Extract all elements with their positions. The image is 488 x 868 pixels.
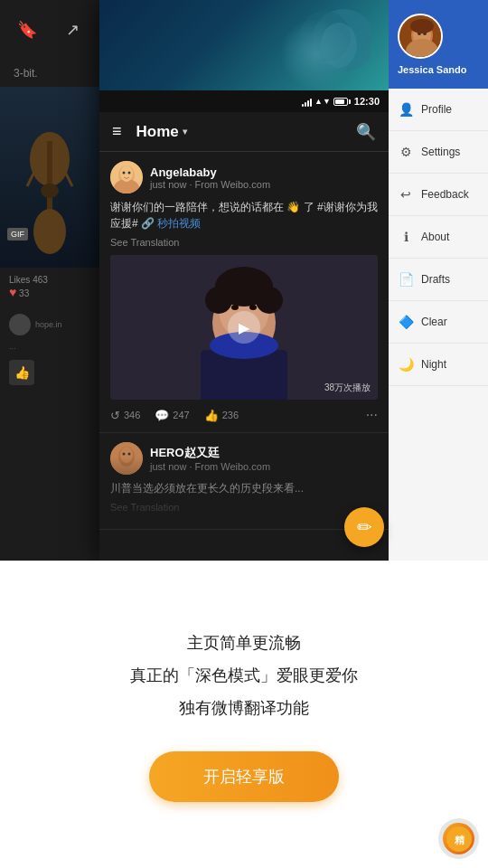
right-panel: Jessica Sando 👤 Profile ⚙ Settings ↩ Fee… bbox=[389, 0, 488, 561]
post-link[interactable]: 🔗 秒拍视频 bbox=[141, 217, 201, 230]
menu-item-profile[interactable]: 👤 Profile bbox=[389, 89, 488, 131]
menu-label-about: About bbox=[421, 231, 449, 243]
svg-point-28 bbox=[123, 453, 126, 456]
user-name: Jessica Sando bbox=[398, 64, 479, 75]
repost-action[interactable]: ↺ 346 bbox=[110, 409, 140, 422]
svg-point-3 bbox=[41, 184, 59, 198]
left-label: 3-bit. bbox=[0, 60, 99, 87]
translation-link-1[interactable]: See Translation bbox=[110, 237, 378, 248]
home-title: Home ▾ bbox=[136, 123, 356, 141]
likes-label: Likes bbox=[9, 275, 30, 285]
svg-point-29 bbox=[128, 453, 131, 456]
menu-item-about[interactable]: ℹ About bbox=[389, 216, 488, 259]
share-icon[interactable]: ↗ bbox=[59, 16, 86, 43]
repost-icon: ↺ bbox=[110, 409, 120, 422]
watermark: 精 bbox=[438, 818, 479, 859]
feature-line-3: 独有微博翻译功能 bbox=[130, 692, 358, 724]
watermark-logo: 精 bbox=[443, 823, 474, 854]
like-icon: 👍 bbox=[204, 409, 219, 422]
feature-line-2: 真正的「深色模式」爱眼更爱你 bbox=[130, 659, 358, 692]
svg-point-23 bbox=[231, 305, 239, 310]
svg-point-21 bbox=[205, 287, 232, 314]
svg-point-13 bbox=[123, 172, 126, 175]
likes-info: Likes 463 ♥ 33 bbox=[0, 268, 99, 307]
profile-icon: 👤 bbox=[398, 101, 414, 118]
center-panel: ▲▼ 12:30 ≡ Home ▾ 🔍 bbox=[99, 0, 389, 561]
user-area: Jessica Sando bbox=[389, 0, 488, 89]
likes-count: 463 bbox=[33, 275, 48, 285]
video-container[interactable]: ▶ 38万次播放 bbox=[110, 255, 378, 400]
fab-edit-icon: ✏ bbox=[357, 516, 372, 538]
heart-icon: ♥ bbox=[9, 285, 16, 299]
menu-items: 👤 Profile ⚙ Settings ↩ Feedback ℹ About … bbox=[389, 89, 488, 561]
menu-label-settings: Settings bbox=[421, 146, 460, 158]
bookmark-icon[interactable]: 🔖 bbox=[14, 16, 41, 43]
cta-button[interactable]: 开启轻享版 bbox=[149, 751, 339, 802]
view-count: 38万次播放 bbox=[324, 382, 371, 394]
like-count: 236 bbox=[222, 410, 239, 420]
more-options-icon[interactable]: ··· bbox=[366, 407, 378, 423]
night-icon: 🌙 bbox=[398, 356, 414, 373]
svg-point-24 bbox=[249, 305, 257, 310]
like-action[interactable]: 👍 236 bbox=[204, 409, 239, 422]
status-icons: ▲▼ bbox=[302, 96, 351, 107]
feature-line-1: 主页简单更流畅 bbox=[130, 627, 358, 659]
nav-bar: ≡ Home ▾ 🔍 bbox=[99, 112, 389, 152]
dropdown-arrow-icon[interactable]: ▾ bbox=[183, 127, 187, 137]
post-header-1: Angelababy just now · From Weibo.com bbox=[110, 161, 378, 193]
post-author-1: Angelababy bbox=[150, 165, 378, 179]
post-time-1: just now · From Weibo.com bbox=[150, 179, 378, 190]
menu-item-feedback[interactable]: ↩ Feedback bbox=[389, 174, 488, 216]
drafts-icon: 📄 bbox=[398, 271, 414, 288]
menu-item-settings[interactable]: ⚙ Settings bbox=[389, 131, 488, 174]
search-icon[interactable]: 🔍 bbox=[356, 122, 376, 142]
status-bar: ▲▼ 12:30 bbox=[99, 90, 389, 112]
play-button[interactable]: ▶ bbox=[228, 311, 260, 344]
menu-item-drafts[interactable]: 📄 Drafts bbox=[389, 259, 488, 301]
clear-icon: 🔷 bbox=[398, 314, 414, 330]
menu-item-night[interactable]: 🌙 Night bbox=[389, 344, 488, 386]
heart-count: 33 bbox=[19, 288, 29, 298]
hamburger-menu-icon[interactable]: ≡ bbox=[112, 122, 122, 141]
svg-point-36 bbox=[410, 19, 434, 33]
status-time: 12:30 bbox=[354, 96, 380, 107]
comment-icon: 💬 bbox=[155, 409, 169, 422]
bottom-section: 主页简单更流畅 真正的「深色模式」爱眼更爱你 独有微博翻译功能 开启轻享版 精 bbox=[0, 561, 488, 868]
battery-icon bbox=[333, 98, 351, 106]
repost-count: 346 bbox=[124, 410, 140, 420]
settings-icon: ⚙ bbox=[398, 144, 414, 160]
comment-action[interactable]: 💬 247 bbox=[155, 409, 189, 422]
about-icon: ℹ bbox=[398, 229, 414, 245]
menu-label-feedback: Feedback bbox=[421, 188, 469, 201]
fab-button[interactable]: ✏ bbox=[344, 507, 384, 547]
signal-type: ▲▼ bbox=[314, 97, 331, 106]
menu-label-clear: Clear bbox=[421, 316, 447, 328]
left-panel: 🔖 ↗ 3-bit. GIF bbox=[0, 0, 99, 561]
user-avatar bbox=[398, 14, 443, 59]
post-item-1: Angelababy just now · From Weibo.com 谢谢你… bbox=[99, 152, 389, 433]
svg-point-2 bbox=[33, 209, 66, 254]
menu-label-night: Night bbox=[421, 358, 446, 371]
comment-count: 247 bbox=[173, 410, 189, 420]
svg-point-12 bbox=[120, 165, 133, 182]
screen-container: 🔖 ↗ 3-bit. GIF bbox=[0, 0, 488, 868]
svg-text:精: 精 bbox=[453, 835, 465, 845]
svg-point-7 bbox=[300, 11, 351, 61]
menu-label-profile: Profile bbox=[421, 103, 452, 116]
left-panel-top: 🔖 ↗ bbox=[0, 0, 99, 60]
post-item-2: HERO赵又廷 just now · From Weibo.com 川普当选必须… bbox=[99, 433, 389, 530]
avatar-angelababy bbox=[110, 161, 143, 193]
svg-point-8 bbox=[321, 23, 357, 68]
header-image bbox=[99, 0, 389, 90]
post-actions-1: ↺ 346 💬 247 👍 236 ··· bbox=[110, 407, 378, 423]
post-text-1: 谢谢你们的一路陪伴，想说的话都在 👋 了 #谢谢你为我应援# 🔗 秒拍视频 bbox=[110, 199, 378, 231]
post-meta-1: Angelababy just now · From Weibo.com bbox=[150, 165, 378, 190]
feedback-icon: ↩ bbox=[398, 186, 414, 203]
violin-image-area: GIF bbox=[0, 87, 99, 268]
signal-icon bbox=[302, 96, 312, 107]
gif-badge: GIF bbox=[7, 228, 28, 241]
svg-point-22 bbox=[256, 287, 283, 314]
menu-item-clear[interactable]: 🔷 Clear bbox=[389, 301, 488, 344]
menu-label-drafts: Drafts bbox=[421, 273, 450, 286]
svg-point-14 bbox=[128, 172, 131, 175]
